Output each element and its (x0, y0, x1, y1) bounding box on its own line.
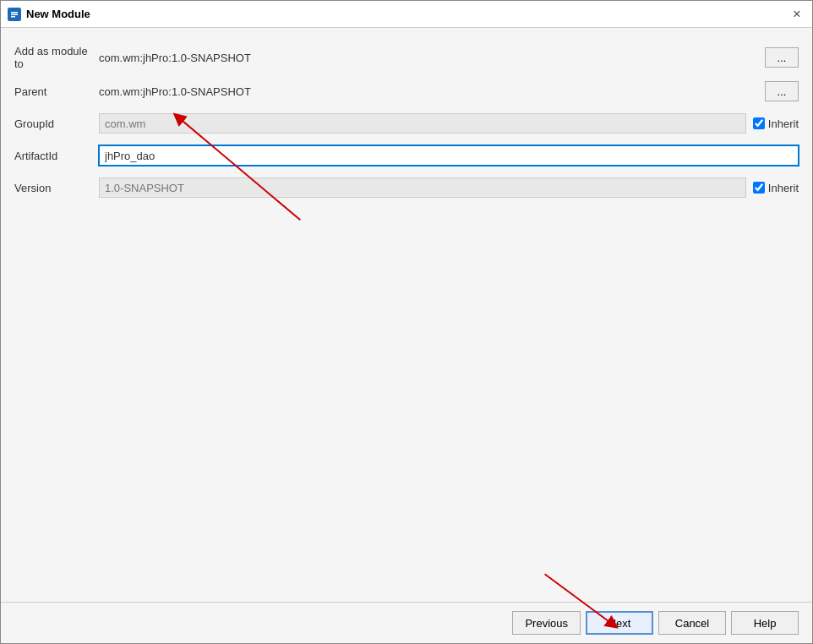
title-bar: New Module × (1, 1, 812, 28)
next-button[interactable]: Next (586, 611, 653, 635)
parent-row: Parent com.wm:jhPro:1.0-SNAPSHOT ... (14, 80, 799, 102)
artifact-id-input[interactable] (99, 145, 799, 166)
version-inherit-label: Inherit (768, 182, 799, 194)
add-as-module-value: com.wm:jhPro:1.0-SNAPSHOT (99, 52, 758, 64)
parent-label: Parent (14, 85, 99, 98)
artifact-id-label: ArtifactId (14, 150, 99, 162)
group-id-row: GroupId Inherit (14, 112, 799, 134)
version-row: Version Inherit (14, 177, 799, 199)
content-area: Add as module to com.wm:jhPro:1.0-SNAPSH… (1, 28, 812, 602)
add-as-module-row: Add as module to com.wm:jhPro:1.0-SNAPSH… (14, 45, 799, 70)
parent-value: com.wm:jhPro:1.0-SNAPSHOT (99, 85, 758, 98)
artifact-id-row: ArtifactId (14, 145, 799, 166)
group-id-inherit-label: Inherit (768, 117, 799, 130)
add-as-module-button[interactable]: ... (765, 47, 799, 68)
svg-rect-1 (11, 12, 18, 14)
close-button[interactable]: × (788, 6, 805, 23)
parent-button[interactable]: ... (765, 81, 799, 101)
add-as-module-label: Add as module to (14, 45, 99, 70)
version-input[interactable] (99, 177, 746, 198)
previous-button[interactable]: Previous (512, 611, 581, 635)
group-id-inherit-checkbox[interactable] (753, 117, 765, 129)
help-button[interactable]: Help (731, 611, 799, 635)
svg-rect-3 (11, 16, 15, 18)
group-id-input[interactable] (99, 113, 746, 134)
dialog-title: New Module (26, 8, 90, 20)
cancel-button[interactable]: Cancel (658, 611, 726, 635)
version-inherit-checkbox[interactable] (753, 182, 765, 194)
version-label: Version (14, 182, 99, 194)
bottom-bar: Previous Next Cancel Help (1, 602, 812, 643)
new-module-dialog: New Module × Add as module to com.wm:jhP… (0, 0, 813, 644)
svg-rect-2 (11, 14, 18, 15)
dialog-icon (8, 8, 21, 21)
group-id-label: GroupId (14, 117, 99, 130)
